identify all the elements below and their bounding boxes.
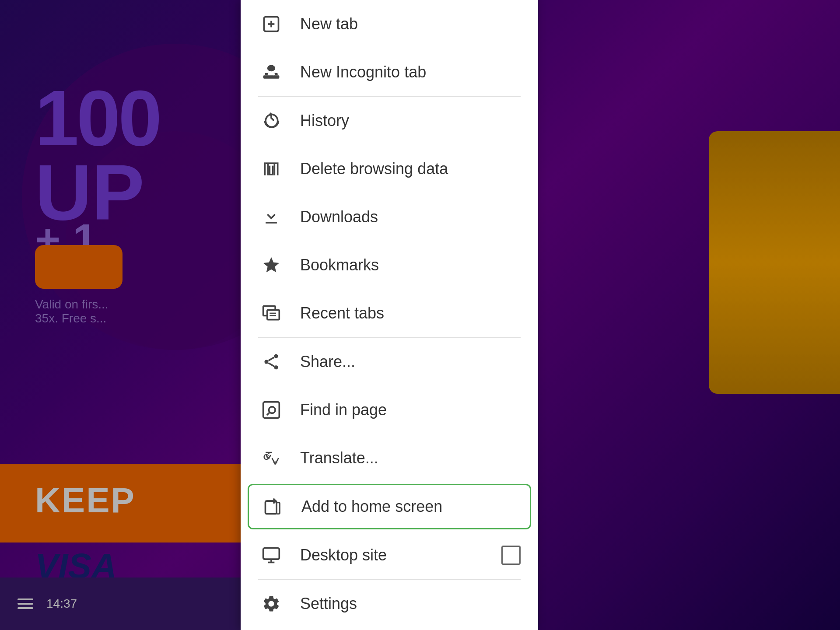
desktop-icon: [258, 542, 284, 568]
find-icon: [258, 397, 284, 423]
menu-item-desktop-site[interactable]: Desktop site: [241, 531, 538, 579]
menu-item-history[interactable]: History: [241, 97, 538, 145]
svg-point-23: [274, 365, 278, 369]
new-tab-label: New tab: [300, 15, 521, 33]
svg-rect-9: [264, 162, 266, 175]
desktop-site-label: Desktop site: [300, 546, 501, 564]
menu-item-new-incognito-tab[interactable]: New Incognito tab: [241, 48, 538, 96]
menu-item-delete-browsing-data[interactable]: Delete browsing data: [241, 145, 538, 193]
history-icon: [258, 108, 284, 134]
svg-rect-26: [263, 402, 280, 418]
svg-line-24: [269, 357, 274, 360]
bookmarks-label: Bookmarks: [300, 256, 521, 274]
history-label: History: [300, 112, 521, 130]
recent-tabs-label: Recent tabs: [300, 304, 521, 322]
menu-item-new-tab[interactable]: New tab: [241, 0, 538, 48]
share-label: Share...: [300, 353, 521, 371]
translate-icon: G: [258, 445, 284, 471]
svg-point-22: [264, 360, 268, 364]
menu-item-add-to-home-screen[interactable]: Add to home screen: [248, 484, 531, 529]
delete-icon: [258, 156, 284, 182]
new-incognito-tab-label: New Incognito tab: [300, 63, 521, 81]
menu-item-settings[interactable]: Settings: [241, 580, 538, 628]
svg-rect-10: [266, 162, 277, 164]
menu-item-downloads[interactable]: Downloads: [241, 193, 538, 241]
svg-line-25: [269, 363, 274, 366]
desktop-site-checkbox[interactable]: [501, 546, 521, 565]
svg-point-21: [274, 354, 278, 358]
menu-item-recent-tabs[interactable]: Recent tabs: [241, 289, 538, 337]
recent-tabs-icon: [258, 300, 284, 326]
context-menu: New tab New Incognito tab History: [241, 0, 538, 630]
downloads-icon: [258, 204, 284, 230]
svg-rect-16: [277, 162, 279, 175]
svg-rect-13: [269, 174, 274, 175]
share-icon: [258, 349, 284, 375]
svg-point-7: [268, 73, 270, 76]
svg-line-28: [267, 413, 270, 415]
delete-browsing-data-label: Delete browsing data: [300, 160, 521, 178]
menu-item-find-in-page[interactable]: Find in page: [241, 386, 538, 434]
add-to-home-screen-label: Add to home screen: [301, 497, 519, 516]
menu-item-bookmarks[interactable]: Bookmarks: [241, 241, 538, 289]
svg-rect-18: [267, 310, 280, 320]
menu-item-share[interactable]: Share...: [241, 338, 538, 386]
new-tab-icon: [258, 11, 284, 37]
svg-rect-15: [272, 166, 274, 174]
bookmarks-icon: [258, 252, 284, 278]
svg-point-8: [273, 73, 275, 76]
menu-item-translate[interactable]: G Translate...: [241, 434, 538, 482]
svg-rect-32: [263, 548, 280, 560]
find-in-page-label: Find in page: [300, 401, 521, 419]
svg-rect-12: [274, 164, 276, 175]
svg-rect-14: [269, 166, 271, 174]
menu-item-help-feedback[interactable]: Help and feedback: [241, 628, 538, 630]
downloads-label: Downloads: [300, 208, 521, 226]
translate-label: Translate...: [300, 449, 521, 467]
add-home-icon: [259, 494, 286, 520]
svg-rect-11: [267, 164, 269, 175]
svg-rect-6: [263, 75, 280, 78]
incognito-icon: [258, 59, 284, 85]
svg-point-3: [267, 65, 275, 72]
settings-icon: [258, 591, 284, 617]
settings-label: Settings: [300, 595, 521, 613]
